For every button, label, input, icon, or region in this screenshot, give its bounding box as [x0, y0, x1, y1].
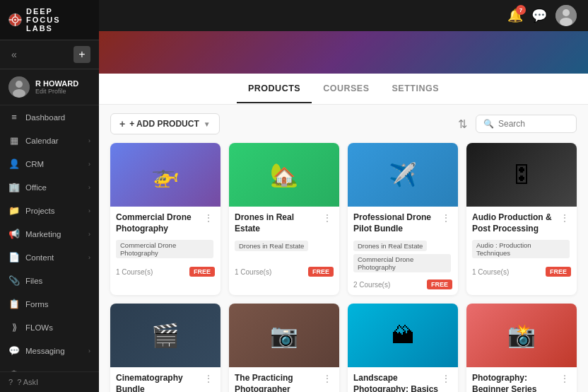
card-image: 🚁	[110, 143, 220, 207]
card-header: The Practicing Photographer ⋮	[235, 373, 334, 392]
sidebar-item-flows[interactable]: ⟫ FLOWs	[0, 316, 99, 339]
sidebar-item-crm[interactable]: 👤 CRM ›	[0, 152, 99, 175]
card-menu-button[interactable]: ⋮	[321, 212, 334, 224]
card-menu-button[interactable]: ⋮	[558, 212, 571, 224]
card-menu-button[interactable]: ⋮	[558, 373, 571, 384]
chat-icon[interactable]: 💬	[531, 8, 547, 23]
card-menu-button[interactable]: ⋮	[440, 373, 452, 384]
product-card[interactable]: 🏔 Landscape Photography: Basics ⋮ Landsc…	[348, 304, 458, 392]
app-title: DEEP FOCUS LABS	[26, 7, 90, 33]
add-product-button[interactable]: + + ADD PRODUCT ▼	[110, 113, 220, 134]
card-header: Photography: Beginner Series ⋮	[472, 373, 571, 392]
nav-item-left: ▦ Calendar	[8, 135, 59, 146]
card-image-icon: 🚁	[151, 161, 180, 188]
card-image-icon: ✈️	[389, 161, 417, 188]
card-footer: 2 Course(s) FREE	[353, 279, 452, 289]
card-image: 📸	[466, 304, 577, 367]
sidebar-item-projects[interactable]: 📁 Projects ›	[0, 199, 99, 222]
card-header: Cinematography Bundle ⋮	[116, 373, 215, 392]
content-icon: 📄	[8, 252, 20, 263]
sidebar-item-files[interactable]: 📎 Files	[0, 269, 99, 292]
card-image: 🏔	[348, 304, 458, 367]
card-menu-button[interactable]: ⋮	[440, 212, 452, 224]
dashboard-icon: ≡	[8, 112, 20, 122]
nav-item-left: ≡ Dashboard	[8, 112, 65, 122]
sidebar-item-forms[interactable]: 📋 Forms	[0, 292, 99, 316]
card-title: Landscape Photography: Basics	[353, 373, 440, 392]
product-card[interactable]: ✈️ Professional Drone Pilot Bundle ⋮ Dro…	[348, 143, 458, 295]
nav-label: Dashboard	[25, 113, 65, 122]
sidebar-item-automations[interactable]: ⚙ Automations ›	[0, 362, 99, 371]
user-name: R HOWARD	[35, 79, 90, 88]
sidebar-item-content[interactable]: 📄 Content ›	[0, 246, 99, 269]
ask-button[interactable]: ? ? AskI	[8, 378, 90, 386]
card-tags: Commercial Drone Photography	[116, 238, 215, 261]
hero-banner	[99, 31, 588, 74]
sidebar-item-marketing[interactable]: 📢 Marketing ›	[0, 222, 99, 246]
sidebar-header: DEEP FOCUS LABS	[0, 0, 99, 40]
card-image: 🎛	[466, 143, 577, 207]
card-title: The Practicing Photographer	[235, 373, 321, 392]
card-image-icon: 🎛	[510, 162, 533, 188]
nav-item-left: 📋 Forms	[8, 299, 49, 309]
card-body: Drones in Real Estate ⋮ Drones in Real E…	[229, 207, 339, 282]
card-title: Commercial Drone Photography	[116, 212, 202, 234]
add-button[interactable]: +	[74, 46, 90, 63]
product-card[interactable]: 📸 Photography: Beginner Series ⋮ Photogr…	[466, 304, 577, 392]
card-body: Professional Drone Pilot Bundle ⋮ Drones…	[348, 207, 458, 295]
messaging-icon: 💬	[8, 345, 20, 356]
nav-item-left: 📢 Marketing	[8, 229, 61, 239]
card-menu-button[interactable]: ⋮	[202, 212, 215, 224]
tab-products[interactable]: PRODUCTS	[237, 75, 312, 103]
product-card[interactable]: 📷 The Practicing Photographer ⋮ Photogra…	[229, 304, 339, 392]
card-header: Professional Drone Pilot Bundle ⋮	[353, 212, 452, 234]
filter-button[interactable]: ⇅	[455, 115, 470, 134]
product-tag: Drones in Real Estate	[235, 241, 308, 251]
nav-item-left: 📎 Files	[8, 275, 42, 286]
nav-label: Marketing	[25, 230, 61, 238]
toolbar-right: ⇅ 🔍	[455, 115, 577, 134]
card-header: Audio Production & Post Processing ⋮	[472, 212, 571, 234]
main-content: 🔔 7 💬 PRODUCTSCOURSESSETTINGS + + ADD PR…	[99, 0, 588, 392]
card-header: Drones in Real Estate ⋮	[235, 212, 334, 234]
product-card[interactable]: 🎬 Cinematography Bundle ⋮ Cinematography…	[110, 304, 220, 392]
chevron-icon: ›	[88, 254, 90, 261]
notification-bell[interactable]: 🔔 7	[507, 8, 523, 23]
sidebar-item-messaging[interactable]: 💬 Messaging ›	[0, 339, 99, 362]
card-body: Audio Production & Post Processing ⋮ Aud…	[466, 207, 577, 282]
ask-icon: ?	[8, 378, 13, 386]
files-icon: 📎	[8, 275, 20, 286]
card-menu-button[interactable]: ⋮	[321, 373, 334, 384]
chevron-icon: ›	[88, 231, 90, 238]
edit-profile-link[interactable]: Edit Profile	[35, 88, 90, 95]
nav-label: FLOWs	[25, 323, 53, 332]
free-badge: FREE	[308, 267, 334, 277]
product-card[interactable]: 🚁 Commercial Drone Photography ⋮ Commerc…	[110, 143, 220, 295]
plus-icon: +	[119, 118, 125, 129]
app-logo: DEEP FOCUS LABS	[8, 7, 90, 33]
sidebar-item-office[interactable]: 🏢 Office ›	[0, 175, 99, 199]
search-input[interactable]	[498, 119, 569, 129]
crm-icon: 👤	[8, 158, 20, 169]
tab-settings[interactable]: SETTINGS	[380, 75, 450, 103]
avatar	[8, 76, 30, 98]
card-footer: 1 Course(s) FREE	[116, 267, 215, 277]
chevron-icon: ›	[88, 184, 90, 191]
sidebar-item-dashboard[interactable]: ≡ Dashboard	[0, 105, 99, 129]
product-card[interactable]: 🏡 Drones in Real Estate ⋮ Drones in Real…	[229, 143, 339, 295]
tab-courses[interactable]: COURSES	[312, 75, 380, 103]
card-menu-button[interactable]: ⋮	[202, 373, 215, 384]
user-profile[interactable]: R HOWARD Edit Profile	[0, 69, 99, 105]
svg-point-2	[14, 19, 16, 21]
chevron-icon: ›	[88, 347, 90, 354]
sidebar: DEEP FOCUS LABS « + R HOWARD Edit Profil…	[0, 0, 99, 392]
chevron-icon: ›	[88, 207, 90, 214]
svg-point-12	[560, 18, 572, 26]
card-tags: Audio : Production Techniques	[472, 238, 571, 261]
sidebar-item-calendar[interactable]: ▦ Calendar ›	[0, 129, 99, 152]
card-image-icon: 📷	[270, 322, 298, 349]
card-header: Commercial Drone Photography ⋮	[116, 212, 215, 234]
product-card[interactable]: 🎛 Audio Production & Post Processing ⋮ A…	[466, 143, 577, 295]
topbar-avatar[interactable]	[555, 5, 577, 26]
collapse-button[interactable]: «	[8, 47, 20, 62]
